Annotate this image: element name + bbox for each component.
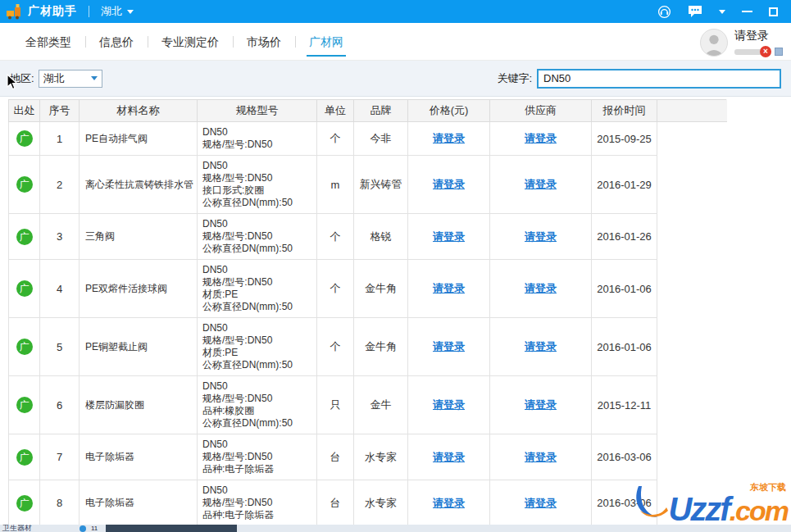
date-cell: 2016-01-06 bbox=[592, 318, 657, 376]
menu-chevron-icon[interactable] bbox=[719, 10, 725, 14]
gc-source-icon[interactable]: 广 bbox=[16, 130, 33, 147]
taskbar-window-fragment bbox=[106, 525, 237, 532]
unit-cell: 个 bbox=[317, 260, 354, 318]
spec-line: DN50 bbox=[202, 218, 311, 230]
column-header: 材料名称 bbox=[80, 100, 198, 122]
price-login-link[interactable]: 请登录 bbox=[433, 451, 465, 463]
tab-市场价[interactable]: 市场价 bbox=[233, 23, 295, 61]
minimize-button[interactable] bbox=[742, 11, 752, 12]
table-row: 广5PE铜塑截止阀DN50规格/型号:DN50材质:PE公称直径DN(mm):5… bbox=[9, 318, 727, 376]
tab-全部类型[interactable]: 全部类型 bbox=[11, 23, 85, 61]
seq-cell: 7 bbox=[40, 434, 80, 480]
unit-cell: 台 bbox=[317, 480, 354, 526]
filter-bar: 地区: 湖北 关键字: bbox=[0, 61, 791, 97]
source-cell: 广 bbox=[9, 122, 40, 156]
price-login-link[interactable]: 请登录 bbox=[433, 497, 465, 509]
brand-cell: 格锐 bbox=[354, 214, 408, 260]
keyword-input[interactable] bbox=[537, 69, 781, 89]
price-cell: 请登录 bbox=[408, 122, 490, 156]
spec-line: DN50 bbox=[202, 484, 311, 497]
price-cell: 请登录 bbox=[408, 480, 490, 526]
spec-cell: DN50规格/型号:DN50公称直径DN(mm):50 bbox=[198, 214, 317, 260]
chevron-down-icon bbox=[127, 10, 134, 14]
app-logo-icon bbox=[5, 3, 23, 20]
material-name-cell: 电子除垢器 bbox=[80, 480, 198, 526]
supplier-login-link[interactable]: 请登录 bbox=[525, 340, 557, 352]
price-login-link[interactable]: 请登录 bbox=[433, 398, 465, 411]
taskbar-app-icon[interactable] bbox=[80, 525, 86, 532]
gc-source-icon[interactable]: 广 bbox=[16, 449, 33, 466]
unit-cell: 个 bbox=[317, 122, 354, 156]
row-filler bbox=[657, 156, 727, 214]
spec-line: 规格/型号:DN50 bbox=[202, 451, 311, 463]
supplier-login-link[interactable]: 请登录 bbox=[525, 282, 557, 294]
unit-cell: 个 bbox=[317, 214, 354, 260]
price-login-link[interactable]: 请登录 bbox=[433, 178, 465, 190]
price-cell: 请登录 bbox=[408, 318, 490, 376]
spec-cell: DN50规格/型号:DN50材质:PE公称直径DN(mm):50 bbox=[198, 318, 317, 376]
login-status-widget: × bbox=[734, 46, 783, 57]
gc-source-icon[interactable]: 广 bbox=[16, 397, 33, 413]
spec-line: DN50 bbox=[202, 380, 311, 393]
supplier-cell: 请登录 bbox=[490, 318, 592, 376]
gc-source-icon[interactable]: 广 bbox=[16, 339, 33, 355]
tab-信息价[interactable]: 信息价 bbox=[85, 23, 148, 61]
spec-cell: DN50规格/型号:DN50品种:橡胶圈公称直径DN(mm):50 bbox=[198, 376, 317, 434]
supplier-login-link[interactable]: 请登录 bbox=[525, 398, 557, 411]
unit-cell: 台 bbox=[317, 434, 354, 480]
watermark-text: Uzzf.com bbox=[668, 491, 788, 527]
supplier-login-link[interactable]: 请登录 bbox=[525, 230, 557, 243]
watermark: 东坡下载 Uzzf.com bbox=[630, 481, 788, 525]
chat-icon[interactable] bbox=[688, 5, 702, 18]
seq-cell: 1 bbox=[40, 122, 80, 156]
table-row: 广8电子除垢器DN50规格/型号:DN50品种:电子除垢器台水专家请登录请登录2… bbox=[9, 480, 727, 526]
gc-source-icon[interactable]: 广 bbox=[16, 495, 33, 512]
seq-cell: 5 bbox=[40, 318, 80, 376]
gc-source-icon[interactable]: 广 bbox=[16, 229, 33, 245]
price-login-link[interactable]: 请登录 bbox=[433, 340, 465, 352]
login-box: 请登录 × bbox=[734, 29, 783, 57]
price-login-link[interactable]: 请登录 bbox=[433, 282, 465, 294]
login-button[interactable]: 请登录 bbox=[734, 29, 783, 43]
source-cell: 广 bbox=[9, 318, 40, 376]
date-cell: 2016-03-06 bbox=[592, 434, 657, 480]
date-cell: 2016-01-26 bbox=[592, 214, 657, 260]
column-header: 规格型号 bbox=[198, 100, 317, 122]
avatar[interactable] bbox=[700, 29, 728, 57]
gc-source-icon[interactable]: 广 bbox=[16, 176, 33, 193]
status-box-icon[interactable] bbox=[775, 48, 783, 56]
spec-line: 公称直径DN(mm):50 bbox=[202, 243, 311, 255]
region-select[interactable]: 湖北 bbox=[39, 70, 102, 88]
brand-cell: 金牛角 bbox=[354, 318, 408, 376]
supplier-login-link[interactable]: 请登录 bbox=[525, 132, 557, 144]
taskbar-badge: 11 bbox=[91, 525, 98, 532]
spec-line: 材质:PE bbox=[202, 289, 311, 301]
gc-source-icon[interactable]: 广 bbox=[16, 280, 33, 297]
results-table: 出处序号材料名称规格型号单位品牌价格(元)供应商报价时间 广1PE自动排气阀DN… bbox=[8, 99, 727, 526]
supplier-cell: 请登录 bbox=[490, 260, 592, 318]
supplier-login-link[interactable]: 请登录 bbox=[525, 451, 557, 463]
spec-line: 公称直径DN(mm):50 bbox=[202, 417, 311, 430]
seq-cell: 3 bbox=[40, 214, 80, 260]
column-header: 序号 bbox=[40, 100, 80, 122]
maximize-button[interactable] bbox=[769, 7, 778, 16]
offline-close-icon[interactable]: × bbox=[760, 46, 771, 57]
price-cell: 请登录 bbox=[408, 214, 490, 260]
unit-cell: 个 bbox=[317, 318, 354, 376]
titlebar-region-dropdown[interactable]: 湖北 bbox=[101, 4, 134, 19]
table-row: 广2离心柔性抗震铸铁排水管DN50规格/型号:DN50接口形式:胶圈公称直径DN… bbox=[9, 156, 727, 214]
tab-专业测定价[interactable]: 专业测定价 bbox=[148, 23, 233, 61]
watermark-tagline: 东坡下载 bbox=[750, 481, 786, 493]
row-filler bbox=[657, 122, 727, 156]
supplier-login-link[interactable]: 请登录 bbox=[525, 178, 557, 190]
spec-line: 规格/型号:DN50 bbox=[202, 230, 311, 243]
brand-cell: 今非 bbox=[354, 122, 408, 156]
date-cell: 2015-09-25 bbox=[592, 122, 657, 156]
price-login-link[interactable]: 请登录 bbox=[433, 132, 465, 144]
customer-service-icon[interactable] bbox=[657, 5, 671, 19]
tab-广材网[interactable]: 广材网 bbox=[295, 23, 357, 61]
region-select-value: 湖北 bbox=[43, 71, 65, 86]
supplier-login-link[interactable]: 请登录 bbox=[525, 497, 557, 509]
price-login-link[interactable]: 请登录 bbox=[433, 230, 465, 243]
bottom-text-fragment: 卫生器材 bbox=[2, 525, 32, 532]
